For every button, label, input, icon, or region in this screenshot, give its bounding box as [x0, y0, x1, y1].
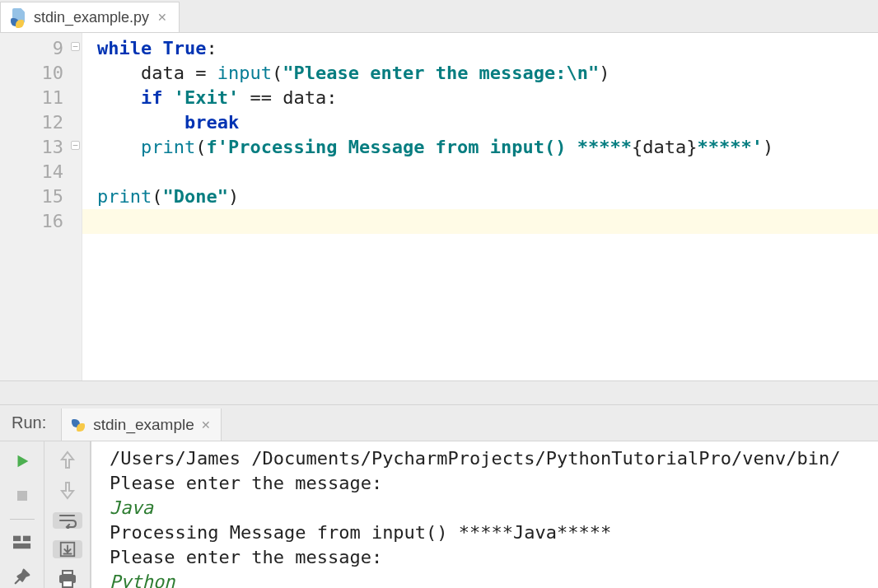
svg-rect-2 [22, 536, 30, 541]
line-number-gutter: 910111213141516 [0, 33, 82, 380]
run-tab-stdin-example[interactable]: stdin_example ✕ [61, 408, 222, 441]
code-line[interactable]: −while True: [82, 36, 878, 61]
line-number: 9 [0, 36, 63, 61]
svg-rect-1 [13, 536, 21, 541]
fold-end-icon[interactable]: − [71, 141, 80, 150]
fold-start-icon[interactable]: − [71, 42, 80, 51]
code-line[interactable] [82, 160, 878, 184]
run-toolbar-secondary [44, 441, 91, 588]
console-line: /Users/James /Documents/PycharmProjects/… [110, 446, 873, 471]
editor-tabbar: stdin_example.py ✕ [0, 0, 878, 33]
run-panel-header: Run: stdin_example ✕ [0, 405, 878, 441]
rerun-button[interactable] [7, 450, 37, 473]
editor-tab-label: stdin_example.py [34, 9, 149, 26]
line-number: 11 [0, 86, 63, 110]
console-line: Please enter the message: [110, 471, 873, 496]
run-panel-body: /Users/James /Documents/PycharmProjects/… [0, 441, 878, 588]
down-arrow-button[interactable] [53, 481, 82, 501]
console-line: Processing Message from input() *****Jav… [110, 520, 873, 545]
layout-button[interactable] [7, 530, 37, 553]
code-editor[interactable]: 910111213141516 −while True: data = inpu… [0, 33, 878, 380]
line-number: 10 [0, 61, 63, 86]
line-number: 15 [0, 184, 63, 209]
line-number: 12 [0, 110, 63, 135]
console-line: Please enter the message: [110, 545, 873, 570]
svg-rect-5 [63, 571, 72, 575]
editor-tab-stdin-example[interactable]: stdin_example.py ✕ [0, 2, 180, 32]
svg-rect-0 [17, 491, 27, 501]
line-number: 13 [0, 135, 63, 160]
console-output[interactable]: /Users/James /Documents/PycharmProjects/… [91, 441, 878, 588]
code-line[interactable]: if 'Exit' == data: [82, 86, 878, 110]
code-line[interactable]: print("Done") [82, 184, 878, 209]
code-line[interactable]: data = input("Please enter the message:\… [82, 61, 878, 86]
run-tab-label: stdin_example [93, 416, 194, 434]
soft-wrap-button[interactable] [53, 512, 82, 529]
panel-divider[interactable] [0, 380, 878, 405]
console-user-input: Java [110, 496, 873, 520]
run-toolbar-primary [0, 441, 44, 588]
line-number: 16 [0, 209, 63, 234]
svg-rect-3 [13, 544, 30, 548]
python-file-icon [11, 8, 27, 26]
python-icon [72, 418, 86, 432]
up-arrow-button[interactable] [53, 450, 82, 469]
code-line[interactable]: − print(f'Processing Message from input(… [82, 135, 878, 160]
print-button[interactable] [53, 570, 82, 588]
close-icon[interactable]: ✕ [156, 11, 169, 24]
code-line[interactable]: break [82, 110, 878, 135]
code-area[interactable]: −while True: data = input("Please enter … [82, 33, 878, 380]
run-panel-label: Run: [12, 405, 53, 441]
pin-button[interactable] [7, 565, 37, 588]
svg-rect-7 [63, 581, 72, 587]
console-user-input: Python [110, 570, 873, 588]
stop-button[interactable] [7, 484, 37, 507]
scroll-to-end-button[interactable] [53, 540, 82, 558]
close-icon[interactable]: ✕ [201, 418, 211, 432]
code-line[interactable] [82, 209, 878, 234]
line-number: 14 [0, 160, 63, 184]
